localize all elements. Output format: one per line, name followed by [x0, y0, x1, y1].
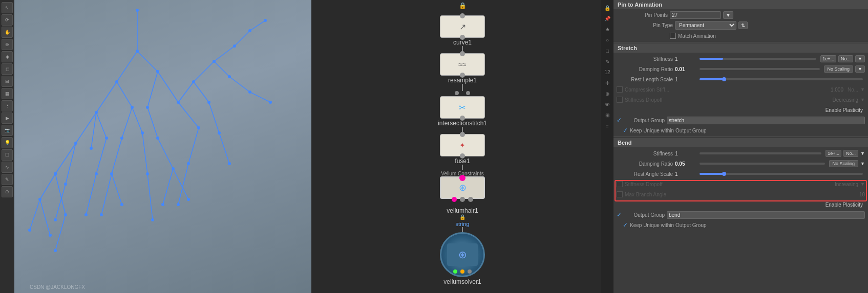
toolbar-perspective[interactable]: ◈	[2, 51, 13, 62]
toolbar-pan[interactable]: ✋	[2, 27, 13, 38]
stretch-compression-checkbox[interactable]	[617, 86, 623, 93]
solver-dot-gray	[468, 269, 472, 274]
node-vellumhair1-port-right[interactable]	[468, 197, 473, 202]
pin-points-input[interactable]	[670, 11, 721, 19]
stretch-keep-unique-checkmark[interactable]: ✓	[623, 127, 628, 134]
stretch-compression-dropdown[interactable]: No...	[848, 87, 858, 93]
stretch-rest-slider[interactable]	[700, 78, 863, 80]
bend-stiffness-slider[interactable]	[700, 152, 821, 154]
node-curve1[interactable]: ↗	[440, 15, 485, 38]
bend-keep-unique-checkmark[interactable]: ✓	[623, 221, 628, 229]
svg-point-86	[269, 101, 272, 104]
bend-stiffness-arrow[interactable]: ▼	[860, 151, 865, 156]
toolbar-light[interactable]: 💡	[2, 137, 13, 148]
stretch-stiffness-extra[interactable]: ▼	[855, 55, 865, 62]
toolbar-lasso[interactable]: ∿	[2, 162, 13, 173]
bend-stiffness-dropdown[interactable]: No...	[843, 150, 858, 157]
toolbar-view1[interactable]: ◻	[2, 63, 13, 75]
stretch-stiffness-exp[interactable]: 1e+...	[820, 55, 836, 62]
bend-output-checkmark[interactable]: ✓	[617, 211, 622, 218]
stretch-damping-arrow[interactable]: ▼	[855, 65, 865, 73]
bend-max-branch-checkbox[interactable]	[617, 191, 623, 197]
bend-damping-slider[interactable]	[700, 163, 825, 165]
toolbar-render[interactable]: ▶	[2, 112, 13, 124]
node-intersectionstitch1-label: intersectionstitch1	[438, 120, 487, 127]
node-vellumhair1-port-left[interactable]	[452, 197, 457, 202]
stretch-stiffness-dropdown[interactable]: No...	[838, 55, 853, 62]
toolbar-zoom[interactable]: ⊕	[2, 39, 13, 50]
stretch-output-checkmark[interactable]: ✓	[617, 117, 622, 124]
node-tool-star[interactable]: ★	[603, 25, 612, 34]
bend-stiffness-exp[interactable]: 1e+...	[825, 150, 841, 157]
stretch-dropoff-value: Decreasing	[832, 97, 858, 103]
toolbar-brush[interactable]: ✎	[2, 174, 13, 185]
node-tool-pen[interactable]: ✎	[603, 57, 612, 66]
node-vellumhair1-top-port[interactable]	[459, 175, 465, 181]
node-vellumsolver1[interactable]: ⊛	[440, 232, 485, 277]
node-resample1-top-port[interactable]	[460, 51, 465, 56]
node-fuse1-bottom-port[interactable]	[460, 153, 465, 159]
stretch-damping-dropdown[interactable]: No Scaling	[824, 65, 854, 73]
svg-point-72	[120, 203, 123, 206]
svg-point-67	[49, 234, 52, 237]
stretch-enable-plasticity-btn[interactable]: Enable Plasticity	[825, 107, 863, 113]
node-tool-move[interactable]: ✛	[603, 78, 612, 87]
node-intersectionstitch1-bottom-port[interactable]	[460, 116, 465, 121]
stretch-compression-value: 1.000	[831, 87, 843, 93]
node-curve1-bottom-port[interactable]	[460, 35, 465, 40]
node-graph-panel[interactable]: 🔒 🔒 📌 ★ ○ □ ✎ 12 ✛ ⊕ 👁 ⊞ ≡ ↗ curve1	[311, 0, 613, 293]
svg-point-87	[54, 218, 57, 221]
toolbar-view2[interactable]: ⊞	[2, 76, 13, 87]
node-tool-grid2[interactable]: ⊞	[603, 110, 612, 120]
toolbar-cursor[interactable]: ↖	[2, 2, 13, 13]
stretch-stiffness-slider[interactable]	[700, 58, 816, 60]
stretch-dropoff-checkbox[interactable]	[617, 97, 623, 103]
node-tool-rect[interactable]: □	[603, 46, 612, 55]
viewport-panel[interactable]: ↖ ⟳ ✋ ⊕ ◈ ◻ ⊞ ▦ ⋮ ▶ 📷 💡 ☐ ∿ ✎ ⊙	[0, 0, 311, 293]
svg-line-43	[142, 133, 147, 174]
divider-2	[613, 137, 868, 137]
intersectionstitch1-top-ports	[455, 91, 470, 95]
node-tool-eye[interactable]: 👁	[603, 100, 612, 109]
node-vellumhair1[interactable]: ⊛	[440, 176, 485, 199]
toolbar-rotate[interactable]: ⟳	[2, 14, 13, 26]
node-resample1[interactable]: ≈≈	[440, 53, 485, 76]
stretch-damping-slider[interactable]	[700, 68, 820, 70]
bend-dropoff-checkbox[interactable]	[617, 181, 623, 187]
pin-points-dropdown-btn[interactable]: ▼	[723, 11, 733, 19]
toolbar-camera[interactable]: 📷	[2, 125, 13, 136]
match-animation-checkbox[interactable]	[670, 33, 676, 39]
bend-damping-arrow[interactable]: ▼	[860, 161, 865, 166]
toolbar-snap[interactable]: ⋮	[2, 100, 13, 111]
port-right[interactable]	[466, 91, 470, 95]
toolbar-magnet[interactable]: ⊙	[2, 186, 13, 197]
node-intersectionstitch1[interactable]: ✂	[440, 96, 485, 119]
svg-point-90	[151, 218, 154, 221]
node-fuse1-top-port[interactable]	[460, 132, 465, 137]
node-tool-lock[interactable]: 🔒	[603, 3, 612, 12]
svg-line-14	[214, 46, 235, 61]
svg-line-8	[91, 112, 96, 148]
node-fuse1[interactable]: ✦	[440, 134, 485, 156]
node-tool-circle[interactable]: ○	[603, 35, 612, 44]
node-curve1-top-port[interactable]	[460, 13, 465, 18]
viewport-toolbar: ↖ ⟳ ✋ ⊕ ◈ ◻ ⊞ ▦ ⋮ ▶ 📷 💡 ☐ ∿ ✎ ⊙	[0, 0, 14, 293]
pin-type-select[interactable]: Permanent	[675, 21, 736, 30]
stretch-output-input[interactable]	[667, 117, 865, 124]
node-tool-12[interactable]: 12	[603, 67, 612, 77]
bend-output-input[interactable]	[667, 211, 865, 219]
node-tool-pin[interactable]: 📌	[603, 14, 612, 23]
bend-enable-plasticity-btn[interactable]: Enable Plasticity	[825, 202, 863, 208]
bend-damping-dropdown[interactable]: No Scaling	[829, 160, 859, 167]
svg-point-55	[105, 137, 108, 140]
node-tool-zoom2[interactable]: ⊕	[603, 89, 612, 98]
node-vellumhair1-port-center[interactable]	[460, 197, 465, 202]
node-resample1-bottom-port[interactable]	[460, 73, 465, 78]
bend-rest-slider[interactable]	[700, 173, 863, 175]
svg-point-80	[228, 162, 231, 165]
svg-line-36	[178, 164, 188, 205]
node-tool-layers[interactable]: ≡	[603, 121, 612, 130]
toolbar-select[interactable]: ☐	[2, 149, 13, 161]
port-left[interactable]	[455, 91, 459, 95]
toolbar-grid[interactable]: ▦	[2, 88, 13, 99]
